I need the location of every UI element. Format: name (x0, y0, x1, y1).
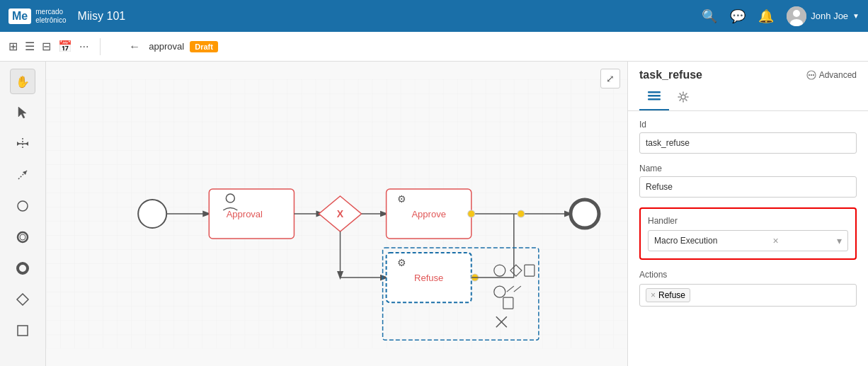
bell-icon[interactable]: 🔔 (758, 8, 774, 24)
logo-box: Me (8, 8, 31, 24)
settings-icon (678, 91, 689, 103)
logo-text: mercado eletrônico (35, 8, 66, 25)
arrow-tool[interactable] (10, 162, 35, 188)
svg-point-12 (18, 201, 28, 211)
svg-marker-9 (25, 142, 28, 146)
svg-point-50 (810, 74, 811, 76)
user-menu[interactable]: Jonh Joe ▼ (787, 6, 860, 26)
breadcrumb-area: ← approval Draft (129, 40, 218, 53)
search-icon[interactable]: 🔍 (702, 8, 717, 24)
end-event[interactable] (571, 200, 599, 228)
navbar-icons: 🔍 💬 🔔 Jonh Joe ▼ (702, 6, 860, 26)
ring-tool[interactable] (10, 224, 35, 250)
svg-point-28 (468, 210, 475, 217)
right-panel: task_refuse Advanced (627, 62, 868, 366)
name-field-group: Name (639, 164, 857, 198)
expand-button[interactable]: ⤢ (600, 69, 620, 88)
svg-marker-7 (17, 142, 20, 146)
svg-point-47 (518, 210, 525, 217)
main-content: ✋ (0, 62, 868, 366)
breadcrumb-label: approval (149, 41, 184, 52)
actions-input[interactable]: × Refuse (639, 284, 857, 307)
action-tag: × Refuse (646, 288, 690, 302)
app-title: Miisy 101 (78, 10, 126, 23)
circle-tool[interactable] (10, 193, 35, 219)
handler-value: Macro Execution (654, 236, 717, 246)
chat-icon[interactable]: 💬 (730, 8, 746, 24)
svg-point-15 (18, 263, 28, 273)
tab-settings[interactable] (669, 87, 697, 110)
draft-badge: Draft (190, 41, 218, 52)
name-label: Name (639, 164, 857, 173)
panel-header: task_refuse Advanced (628, 62, 868, 81)
toolbar: ⊞ ☰ ⊟ 📅 ··· ← approval Draft (0, 32, 868, 62)
svg-rect-17 (18, 326, 28, 336)
svg-text:✋: ✋ (16, 75, 30, 88)
tab-general[interactable] (639, 87, 669, 110)
canvas-area[interactable]: ⤢ Approval X (46, 62, 627, 366)
list-icon[interactable]: ☰ (25, 40, 35, 53)
actions-label: Actions (639, 270, 857, 280)
panel-title: task_refuse (639, 69, 702, 81)
advanced-link[interactable]: Advanced (806, 70, 857, 80)
panel-body: Id Name Handler Macro Execution × ▾ (628, 111, 868, 366)
svg-rect-53 (648, 95, 661, 97)
grid-icon[interactable]: ⊞ (8, 40, 18, 53)
svg-marker-4 (18, 107, 26, 118)
action-tag-label: Refuse (658, 290, 685, 300)
svg-rect-54 (648, 98, 661, 101)
bpmn-diagram: Approval X ⚙ Approve ⚙ Refuse (46, 62, 627, 366)
name-input[interactable] (639, 176, 857, 198)
square-tool[interactable] (10, 318, 35, 343)
svg-text:⚙: ⚙ (397, 257, 406, 268)
svg-text:Approve: Approve (411, 209, 445, 219)
start-event[interactable] (138, 200, 166, 228)
id-input[interactable] (639, 132, 857, 154)
spacer-tool[interactable] (10, 131, 35, 156)
svg-marker-16 (17, 294, 28, 305)
svg-text:Refuse: Refuse (414, 273, 443, 283)
avatar (787, 6, 806, 26)
navbar: Me mercado eletrônico Miisy 101 🔍 💬 🔔 Jo… (0, 0, 868, 32)
svg-text:Approval: Approval (227, 209, 263, 219)
columns-icon[interactable]: ⊟ (42, 40, 51, 53)
handler-select[interactable]: Macro Execution × ▾ (648, 230, 848, 251)
tag-remove-icon[interactable]: × (651, 290, 656, 300)
bold-ring-tool[interactable] (10, 256, 35, 281)
more-icon[interactable]: ··· (79, 40, 88, 53)
svg-text:⚙: ⚙ (397, 193, 406, 205)
diamond-tool[interactable] (10, 287, 35, 312)
panel-tabs (628, 87, 868, 111)
svg-point-51 (812, 74, 813, 76)
svg-point-13 (18, 232, 28, 242)
handler-section: Handler Macro Execution × ▾ (639, 207, 857, 260)
advanced-icon (806, 70, 816, 80)
logo[interactable]: Me mercado eletrônico (8, 8, 67, 25)
svg-text:X: X (337, 208, 344, 219)
back-arrow[interactable]: ← (129, 40, 140, 53)
svg-rect-52 (648, 91, 661, 93)
cursor-tool[interactable] (10, 100, 35, 125)
svg-point-1 (793, 10, 800, 17)
toolbar-separator (100, 38, 101, 55)
hand-tool[interactable]: ✋ (10, 69, 35, 94)
id-field-group: Id (639, 120, 857, 154)
handler-label: Handler (648, 216, 848, 226)
advanced-label: Advanced (819, 70, 857, 80)
list-icon (648, 91, 661, 101)
user-name: Jonh Joe (811, 11, 848, 21)
handler-select-inner: Macro Execution × ▾ (654, 235, 842, 246)
user-chevron: ▼ (852, 12, 860, 20)
actions-section: Actions × Refuse (639, 270, 857, 307)
left-tools-panel: ✋ (0, 62, 46, 366)
id-label: Id (639, 120, 857, 130)
handler-dropdown-icon[interactable]: ▾ (837, 235, 842, 246)
calendar-icon[interactable]: 📅 (58, 40, 72, 53)
toolbar-icons: ⊞ ☰ ⊟ 📅 ··· (8, 40, 88, 53)
svg-point-49 (808, 74, 809, 76)
svg-point-55 (681, 95, 685, 99)
handler-clear-icon[interactable]: × (773, 235, 779, 246)
svg-point-14 (20, 234, 25, 240)
